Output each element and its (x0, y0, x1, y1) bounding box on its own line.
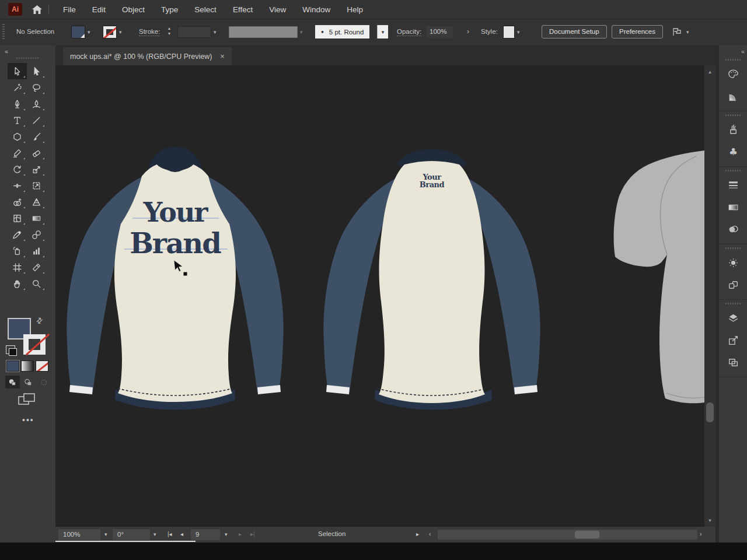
panel-artboards-button[interactable] (719, 351, 747, 373)
tool-column-graph[interactable] (27, 243, 46, 259)
tool-hand[interactable] (8, 275, 27, 292)
tool-direct-selection[interactable] (27, 63, 46, 79)
gradient-mode-button[interactable] (21, 360, 34, 372)
panel-symbols-button[interactable]: ♣ (719, 141, 747, 163)
home-icon[interactable] (32, 5, 43, 15)
tool-rotate[interactable] (8, 161, 27, 177)
opacity-label[interactable]: Opacity: (397, 28, 421, 36)
document-tab[interactable]: mock ups.ai* @ 100 % (RGB/CPU Preview) × (63, 47, 232, 65)
zoom-level-field[interactable]: 100% (58, 529, 100, 540)
tool-curvature[interactable] (27, 96, 46, 112)
menu-edit[interactable]: Edit (84, 5, 114, 14)
tool-magic-wand[interactable] (8, 79, 27, 96)
tool-zoom[interactable] (27, 275, 46, 292)
brush-definition-field[interactable]: ● 5 pt. Round (315, 25, 369, 38)
draw-behind-button[interactable] (21, 376, 36, 388)
style-dropdown-icon[interactable]: ▾ (517, 29, 520, 35)
panel-gradient-button[interactable] (719, 196, 747, 218)
panel-stroke-button[interactable] (719, 174, 747, 196)
workspace-icon[interactable] (671, 26, 683, 40)
panel-brushes-button[interactable] (719, 118, 747, 141)
zoom-dropdown-icon[interactable]: ▾ (104, 531, 107, 537)
edit-toolbar-icon[interactable]: ••• (22, 415, 34, 425)
panel-transparency-button[interactable] (719, 218, 747, 240)
tool-blend[interactable] (27, 226, 46, 243)
hscroll-left-icon[interactable]: ‹ (429, 531, 431, 537)
tool-paintbrush[interactable] (27, 128, 46, 145)
preferences-button[interactable]: Preferences (612, 25, 663, 38)
stroke-color-swatch[interactable] (103, 26, 117, 38)
brush-dropdown-icon[interactable]: ▾ (377, 25, 388, 38)
menu-window[interactable]: Window (294, 5, 338, 14)
tool-shape-builder[interactable] (8, 194, 27, 210)
tool-line-segment[interactable] (27, 112, 46, 128)
tool-eyedropper[interactable] (8, 226, 27, 243)
menu-file[interactable]: File (55, 5, 84, 14)
tool-selection[interactable] (8, 63, 27, 79)
toolbar-collapse-icon[interactable]: « (5, 48, 7, 55)
document-setup-button[interactable]: Document Setup (542, 25, 607, 38)
panel-appearance-button[interactable] (719, 251, 747, 274)
tool-symbol-sprayer[interactable] (8, 243, 27, 259)
panel-group-grip[interactable] (725, 114, 741, 116)
tool-mesh[interactable] (8, 210, 27, 226)
panel-color-button[interactable] (719, 63, 747, 85)
swap-fill-stroke-icon[interactable]: ⇄ (34, 315, 44, 326)
opacity-more-icon[interactable]: › (467, 27, 469, 36)
tool-scale[interactable] (27, 161, 46, 177)
menu-view[interactable]: View (261, 5, 294, 14)
menu-help[interactable]: Help (338, 5, 371, 14)
none-mode-button[interactable] (36, 360, 48, 372)
artboard-dropdown-icon[interactable]: ▾ (225, 531, 228, 537)
rotation-dropdown-icon[interactable]: ▾ (153, 531, 156, 537)
hscroll-right-icon[interactable]: › (700, 531, 701, 537)
panel-graphic-styles-button[interactable] (719, 274, 747, 296)
width-profile-field[interactable] (229, 26, 298, 38)
stroke-weight-field[interactable] (177, 26, 211, 38)
stroke-weight-dropdown-icon[interactable]: ▾ (214, 29, 217, 35)
panel-color-guide-button[interactable] (719, 85, 747, 107)
scroll-down-icon[interactable]: ▾ (704, 517, 715, 523)
tool-gradient[interactable] (27, 210, 46, 226)
dock-collapse-icon[interactable]: « (741, 48, 743, 55)
fill-color-swatch[interactable] (71, 26, 85, 38)
status-expand-icon[interactable]: ▸ (416, 531, 419, 537)
default-fill-stroke-icon[interactable] (6, 345, 15, 354)
panel-group-grip[interactable] (725, 59, 741, 61)
stroke-dropdown-icon[interactable]: ▾ (119, 29, 122, 35)
draw-inside-button[interactable] (37, 376, 51, 388)
panel-group-grip[interactable] (725, 247, 741, 249)
illustrator-logo-icon[interactable]: Ai (8, 3, 22, 16)
tool-lasso[interactable] (27, 79, 46, 96)
last-artboard-icon[interactable]: ▸| (250, 531, 255, 537)
artboard-number-field[interactable]: 9 (191, 529, 220, 540)
menu-type[interactable]: Type (153, 5, 186, 14)
panel-layers-button[interactable] (719, 307, 747, 329)
stroke-label[interactable]: Stroke: (139, 28, 160, 36)
stroke-color-indicator[interactable] (23, 334, 46, 355)
tool-perspective-grid[interactable] (27, 194, 46, 210)
next-artboard-icon[interactable]: ▸ (239, 531, 242, 537)
menu-object[interactable]: Object (114, 5, 153, 14)
tool-free-transform[interactable] (27, 177, 46, 194)
prev-artboard-icon[interactable]: ◂ (180, 531, 183, 537)
menu-select[interactable]: Select (186, 5, 225, 14)
workspace-dropdown-icon[interactable]: ▾ (686, 29, 689, 35)
panel-group-grip[interactable] (725, 170, 741, 172)
rotation-field[interactable]: 0° (113, 529, 150, 540)
draw-normal-button[interactable] (5, 376, 20, 388)
panel-group-grip[interactable] (725, 303, 741, 304)
menu-effect[interactable]: Effect (225, 5, 261, 14)
vertical-scrollbar-thumb[interactable] (706, 402, 714, 422)
first-artboard-icon[interactable]: |◂ (167, 531, 172, 537)
screen-mode-icon[interactable] (18, 392, 36, 410)
fill-dropdown-icon[interactable]: ▾ (88, 29, 90, 35)
tool-shaper[interactable] (8, 145, 27, 161)
horizontal-scrollbar[interactable] (438, 530, 697, 540)
tool-artboard[interactable] (8, 259, 27, 275)
width-profile-dropdown-icon[interactable]: ▾ (300, 29, 303, 35)
tool-type[interactable] (8, 112, 27, 128)
panel-asset-export-button[interactable] (719, 329, 747, 351)
style-swatch[interactable] (503, 26, 515, 38)
horizontal-scrollbar-thumb[interactable] (575, 531, 599, 538)
